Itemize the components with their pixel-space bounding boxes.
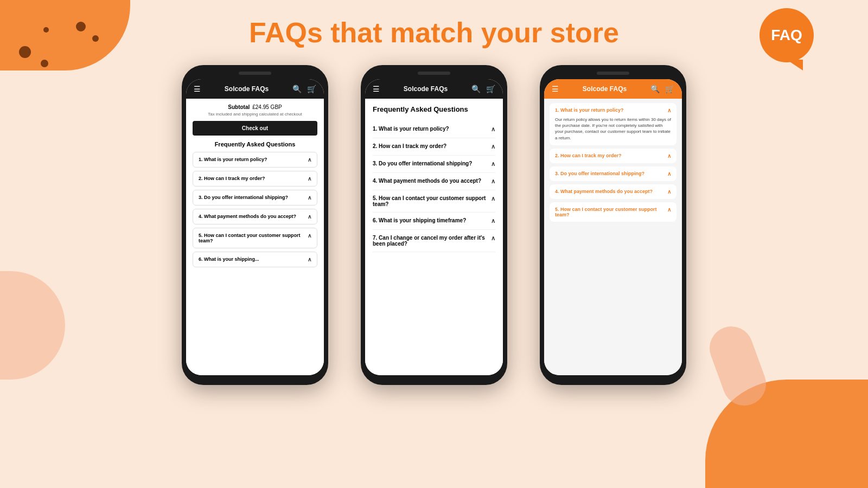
faq-question: 2. How can I track my order? ∧ bbox=[555, 153, 671, 159]
chevron-up-icon: ∧ bbox=[308, 256, 311, 262]
phone-2-screen: ☰ Solcode FAQs 🔍 🛒 Frequently Asked Ques… bbox=[365, 79, 503, 375]
search-icon-3[interactable]: 🔍 bbox=[650, 85, 660, 93]
chevron-up-icon: ∧ bbox=[308, 233, 311, 239]
faq-item-text: 3. Do you offer international shipping? bbox=[373, 160, 472, 166]
faq-item-text: 5. How can I contact your customer suppo… bbox=[199, 233, 308, 243]
phone-2-content: Frequently Asked Questions 1. What is yo… bbox=[365, 99, 503, 375]
faq-item[interactable]: 6. What is your shipping timeframe?∧ bbox=[373, 213, 495, 230]
phone-2-notch bbox=[418, 72, 450, 75]
faq-bubble-icon: FAQ bbox=[760, 8, 814, 62]
phone-3-screen: ☰ Solcode FAQs 🔍 🛒 1. What is your retur… bbox=[544, 79, 682, 375]
hamburger-icon: ☰ bbox=[194, 85, 201, 93]
search-icon-2[interactable]: 🔍 bbox=[471, 85, 481, 93]
faq-item[interactable]: 3. Do you offer international shipping?∧ bbox=[193, 190, 317, 206]
faq-card[interactable]: 1. What is your return policy? ∧ Our ret… bbox=[550, 103, 676, 145]
hamburger-icon-3: ☰ bbox=[552, 85, 559, 93]
faq-item[interactable]: 2. How can I track my order?∧ bbox=[373, 138, 495, 156]
faq-item-text: 2. How can I track my order? bbox=[199, 176, 308, 181]
cart-icon-2[interactable]: 🛒 bbox=[486, 85, 495, 93]
phone-2: ☰ Solcode FAQs 🔍 🛒 Frequently Asked Ques… bbox=[361, 65, 507, 385]
chevron-up-icon: ∧ bbox=[491, 178, 495, 185]
faq-question: 3. Do you offer international shipping? … bbox=[555, 171, 671, 177]
chevron-up-icon: ∧ bbox=[491, 143, 495, 150]
page-header: FAQs that match your store FAQ bbox=[0, 0, 868, 60]
phone2-faq-title: Frequently Asked Questions bbox=[373, 105, 495, 113]
chevron-up-icon: ∧ bbox=[491, 160, 495, 168]
phone-3-content: 1. What is your return policy? ∧ Our ret… bbox=[544, 99, 682, 375]
faq-item-text: 1. What is your return policy? bbox=[373, 126, 449, 132]
checkout-button[interactable]: Check out bbox=[193, 121, 317, 136]
faq-item[interactable]: 1. What is your return policy?∧ bbox=[193, 152, 317, 168]
faq-question: 1. What is your return policy? ∧ bbox=[555, 107, 671, 113]
faq-section-title: Frequently Asked Questions bbox=[193, 141, 317, 147]
cart-icon-3[interactable]: 🛒 bbox=[665, 85, 674, 93]
chevron-up-icon: ∧ bbox=[308, 157, 311, 163]
subtotal-row: Subtotal £24.95 GBP bbox=[193, 104, 317, 110]
faq-card[interactable]: 2. How can I track my order? ∧ bbox=[550, 149, 676, 163]
phone-1-nav-icons: 🔍 🛒 bbox=[292, 85, 316, 93]
faq-list-2: 1. What is your return policy?∧2. How ca… bbox=[373, 121, 495, 252]
faq-question: 4. What payment methods do you accept? ∧ bbox=[555, 189, 671, 195]
phone-3-nav: ☰ Solcode FAQs 🔍 🛒 bbox=[544, 79, 682, 99]
phones-container: ☰ Solcode FAQs 🔍 🛒 Subtotal £24.95 GBP T… bbox=[0, 60, 868, 390]
faq-question-text: 3. Do you offer international shipping? bbox=[555, 171, 644, 176]
chevron-up-icon: ∧ bbox=[491, 235, 495, 242]
faq-item[interactable]: 1. What is your return policy?∧ bbox=[373, 121, 495, 138]
phone-1-nav: ☰ Solcode FAQs 🔍 🛒 bbox=[186, 79, 324, 99]
chevron-up-icon: ∧ bbox=[491, 217, 495, 224]
chevron-up-icon: ∧ bbox=[491, 195, 495, 202]
page-title: FAQs that match your store bbox=[249, 16, 619, 49]
faq-item[interactable]: 5. How can I contact your customer suppo… bbox=[373, 190, 495, 213]
faq-list-1: 1. What is your return policy?∧2. How ca… bbox=[193, 152, 317, 267]
faq-card[interactable]: 4. What payment methods do you accept? ∧ bbox=[550, 184, 676, 199]
phone-2-nav-title: Solcode FAQs bbox=[404, 85, 448, 93]
faq-question: 5. How can I contact your customer suppo… bbox=[555, 207, 671, 217]
faq-item-text: 6. What is your shipping... bbox=[199, 256, 308, 262]
faq-item-text: 4. What payment methods do you accept? bbox=[373, 178, 481, 184]
faq-card[interactable]: 3. Do you offer international shipping? … bbox=[550, 166, 676, 181]
phone-2-nav-icons: 🔍 🛒 bbox=[471, 85, 495, 93]
cart-icon[interactable]: 🛒 bbox=[307, 85, 316, 93]
faq-item[interactable]: 4. What payment methods do you accept?∧ bbox=[193, 209, 317, 224]
faq-item[interactable]: 2. How can I track my order?∧ bbox=[193, 171, 317, 187]
phone-3-nav-title: Solcode FAQs bbox=[583, 85, 627, 93]
subtotal-label: Subtotal bbox=[228, 104, 250, 110]
faq-item-text: 1. What is your return policy? bbox=[199, 157, 308, 162]
faq-item[interactable]: 3. Do you offer international shipping?∧ bbox=[373, 156, 495, 173]
phone-3-notch bbox=[597, 72, 629, 75]
faq-item[interactable]: 4. What payment methods do you accept?∧ bbox=[373, 173, 495, 190]
chevron-up-icon: ∧ bbox=[667, 171, 671, 177]
phone-1: ☰ Solcode FAQs 🔍 🛒 Subtotal £24.95 GBP T… bbox=[182, 65, 328, 385]
hamburger-icon-2: ☰ bbox=[373, 85, 380, 93]
faq-item[interactable]: 5. How can I contact your customer suppo… bbox=[193, 228, 317, 248]
faq-bubble-text: FAQ bbox=[771, 27, 802, 44]
phone-1-screen: ☰ Solcode FAQs 🔍 🛒 Subtotal £24.95 GBP T… bbox=[186, 79, 324, 375]
faq-item-text: 4. What payment methods do you accept? bbox=[199, 214, 308, 219]
chevron-up-icon: ∧ bbox=[667, 107, 671, 113]
faq-card[interactable]: 5. How can I contact your customer suppo… bbox=[550, 202, 676, 222]
phone-1-nav-title: Solcode FAQs bbox=[225, 85, 269, 93]
faq-item[interactable]: 6. What is your shipping...∧ bbox=[193, 252, 317, 267]
faq-item-text: 6. What is your shipping timeframe? bbox=[373, 217, 466, 223]
subtotal-amount: £24.95 GBP bbox=[252, 104, 282, 110]
faq-question-text: 5. How can I contact your customer suppo… bbox=[555, 207, 667, 217]
faq-item-text: 7. Can I change or cancel my order after… bbox=[373, 235, 491, 247]
chevron-up-icon: ∧ bbox=[667, 153, 671, 159]
faq-item-text: 5. How can I contact your customer suppo… bbox=[373, 195, 491, 207]
faq-item-text: 3. Do you offer international shipping? bbox=[199, 195, 308, 200]
chevron-up-icon: ∧ bbox=[308, 214, 311, 220]
faq-answer: Our return policy allows you to return i… bbox=[555, 117, 671, 141]
faq-list-3: 1. What is your return policy? ∧ Our ret… bbox=[550, 103, 676, 222]
subtotal-note: Tax included and shipping calculated at … bbox=[193, 112, 317, 117]
faq-question-text: 4. What payment methods do you accept? bbox=[555, 189, 653, 194]
chevron-up-icon: ∧ bbox=[308, 195, 311, 201]
chevron-up-icon: ∧ bbox=[308, 176, 311, 182]
phone-3: ☰ Solcode FAQs 🔍 🛒 1. What is your retur… bbox=[540, 65, 686, 385]
chevron-up-icon: ∧ bbox=[667, 207, 671, 213]
phone-1-notch bbox=[239, 72, 271, 75]
faq-item[interactable]: 7. Can I change or cancel my order after… bbox=[373, 230, 495, 252]
search-icon[interactable]: 🔍 bbox=[292, 85, 302, 93]
chevron-up-icon: ∧ bbox=[491, 126, 495, 133]
faq-item-text: 2. How can I track my order? bbox=[373, 143, 446, 149]
phone-1-content: Subtotal £24.95 GBP Tax included and shi… bbox=[186, 99, 324, 375]
